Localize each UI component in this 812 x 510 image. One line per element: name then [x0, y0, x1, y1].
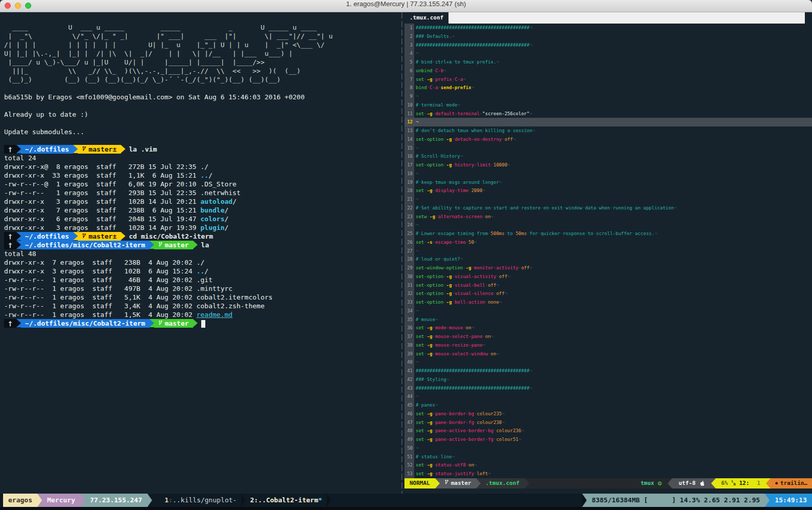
vim-line-13[interactable]: 13#·don't·detach·tmux·when·killing·a·ses…	[404, 126, 812, 135]
line-number: 33	[404, 298, 414, 307]
vim-line-22[interactable]: 22#·Set·ability·to·capture·on·start·and·…	[404, 204, 812, 213]
line-number: 47	[404, 418, 414, 427]
window-bottom-edge	[0, 507, 812, 510]
vim-line-35[interactable]: 35#·mouse¬	[404, 315, 812, 324]
vim-line-26[interactable]: 26set·-s·escape-time·50¬	[404, 238, 812, 247]
vim-line-31[interactable]: 31set-option·-g·visual-bell·off¬	[404, 281, 812, 290]
line-number: 20	[404, 186, 414, 195]
vim-line-42[interactable]: 42###·Styling¬	[404, 375, 812, 384]
vim-line-23[interactable]: 23setw·-g·alternate-screen·on¬	[404, 213, 812, 221]
terminal-line: total 24	[4, 154, 399, 162]
statusline-plugin: tmux	[640, 480, 658, 486]
terminal-line: /| | | | | | | | | | U| |_ u |_"_| U | |…	[4, 40, 399, 49]
shell-cursor[interactable]	[201, 320, 205, 328]
tmux-session: ____ U ___ u _____ _____ _ U _____ u ___…	[0, 12, 812, 494]
vim-line-30[interactable]: 30set-option·-g·visual-activity·off¬	[404, 272, 812, 281]
vim-line-17[interactable]: 17set-option·-g·history-limit·10000¬	[404, 161, 812, 169]
vim-line-11[interactable]: 11set·-g·default-terminal·"screen-256col…	[404, 110, 812, 118]
zoom-button[interactable]	[25, 3, 31, 9]
line-number: 52	[404, 461, 414, 470]
vim-line-52[interactable]: 52set·-g·status-utf8·on¬	[404, 461, 812, 470]
separator-arrow	[16, 232, 21, 240]
titlebar[interactable]: 1. eragos@Mercury | 77.23.155.247 (sh)	[0, 0, 812, 12]
terminal-line: -rw-r--r-- 1 eragos staff 3,4K 4 Aug 20:…	[4, 302, 399, 310]
vim-line-38[interactable]: 38set·-g·mouse-resize-pane¬	[404, 341, 812, 350]
vim-line-15[interactable]: 15¬	[404, 144, 812, 153]
vim-line-25[interactable]: 25#·Lower·escape·timing·from·500ms·to·50…	[404, 229, 812, 238]
minimize-button[interactable]	[15, 3, 21, 9]
prompt-path-segment: ~/.dotfiles	[21, 145, 73, 154]
vim-line-3[interactable]: 3#######################################…	[404, 41, 812, 50]
terminal-line: |||_ \\ _// \\_ )(\\,-.-,_|___|_,-.// \\…	[4, 67, 399, 75]
line-indicator: 12:	[739, 478, 750, 488]
line-number: 18	[404, 169, 414, 178]
window-separator-icon	[327, 494, 331, 507]
vim-line-37[interactable]: 37set·-g·mouse-select-pane·on¬	[404, 332, 812, 341]
vim-line-48[interactable]: 48set·-g·pane-active-border-bg·colour236…	[404, 427, 812, 435]
vim-line-27[interactable]: 27¬	[404, 247, 812, 256]
vim-line-4[interactable]: 4¬	[404, 49, 812, 58]
vim-line-43[interactable]: 43######################################…	[404, 384, 812, 393]
vim-line-39[interactable]: 39set·-g·mouse-select-window·on¬	[404, 350, 812, 358]
vim-line-49[interactable]: 49set·-g·pane-active-border-fg·colour51¬	[404, 435, 812, 444]
vim-line-16[interactable]: 16#·Scroll·History¬	[404, 152, 812, 161]
vim-line-29[interactable]: 29set-window-option·-g·monitor-activity·…	[404, 264, 812, 272]
vim-line-12[interactable]: 12¬	[404, 118, 812, 126]
vim-line-14[interactable]: 14set-option·-g·detach-on-destroy·off¬	[404, 135, 812, 144]
vim-line-10[interactable]: 10#·terminal·mode¬	[404, 101, 812, 110]
terminal-line: Already up to date :)	[4, 110, 399, 119]
line-number: 38	[404, 341, 414, 350]
vim-line-46[interactable]: 46set·-g·pane-border-bg·colour235¬	[404, 410, 812, 418]
vim-line-36[interactable]: 36set·-g·mode-mouse·on¬	[404, 324, 812, 332]
left-shell-pane[interactable]: ____ U ___ u _____ _____ _ U _____ u ___…	[0, 12, 399, 494]
prompt-path-segment: ~/.dotfiles	[21, 232, 73, 241]
vim-line-51[interactable]: 51#·status·line¬	[404, 453, 812, 461]
separator-arrow	[668, 478, 672, 488]
vim-line-50[interactable]: 50¬	[404, 444, 812, 453]
shell-prompt-line: †~/.dotfilesmaster±la .vim	[4, 145, 399, 154]
vim-line-32[interactable]: 32set-option·-g·visual-silence·off¬	[404, 289, 812, 298]
vim-line-2[interactable]: 2###·Defaults.¬	[404, 32, 812, 41]
terminal-line: total 48	[4, 249, 399, 258]
terminal-line: U| |_| |\.-,_| |_| | /| |\ \| _|/ | | \|…	[4, 49, 399, 58]
vim-line-40[interactable]: 40¬	[404, 358, 812, 367]
warning-dot-icon: ●	[775, 478, 778, 488]
close-button[interactable]	[5, 3, 11, 9]
vim-line-44[interactable]: 44¬	[404, 392, 812, 401]
prompt-git-segment: master	[154, 241, 193, 249]
branch-icon	[82, 233, 87, 240]
vim-line-24[interactable]: 24¬	[404, 221, 812, 229]
tmux-window-2-active[interactable]: 2:..Cobalt2-iterm*	[245, 494, 327, 507]
vim-tab-tmux-conf[interactable]: .tmux.conf	[404, 12, 448, 24]
vim-line-41[interactable]: 41######################################…	[404, 367, 812, 375]
vim-line-9[interactable]: 9¬	[404, 92, 812, 101]
vim-line-20[interactable]: 20set·-g·display-time·2000¬	[404, 186, 812, 195]
vim-line-18[interactable]: 18¬	[404, 169, 812, 178]
vim-line-6[interactable]: 6unbind·C-b¬	[404, 67, 812, 75]
active-window-flag: *	[318, 496, 322, 504]
separator-arrow	[73, 232, 78, 240]
branch-name: master	[451, 480, 472, 486]
vim-line-34[interactable]: 34¬	[404, 307, 812, 315]
tmux-window-1[interactable]: 1:..kills/gnuplot-	[160, 494, 242, 507]
vim-line-33[interactable]: 33set-option·-g·bell-action·none¬	[404, 298, 812, 307]
memory-usage: 8385/16384MB	[592, 496, 640, 504]
line-number: 1	[404, 24, 414, 32]
vim-line-28[interactable]: 28#·loud·or·quiet?¬	[404, 255, 812, 264]
cpu-usage: 14.3%	[680, 496, 700, 504]
vim-line-5[interactable]: 5#·bind·ctrl+a·to·tmux·prefix.¬	[404, 58, 812, 67]
vim-line-8[interactable]: 8bind·C-a·send-prefix¬	[404, 83, 812, 92]
shell-command: la	[201, 241, 209, 249]
vim-line-1[interactable]: 1#######################################…	[404, 24, 812, 32]
right-vim-pane[interactable]: .tmux.conf 1############################…	[404, 12, 812, 494]
vim-line-53[interactable]: 53set·-g·status-justify·left¬	[404, 470, 812, 478]
line-number: 39	[404, 350, 414, 358]
vim-line-7[interactable]: 7set·-g·prefix·C-a¬	[404, 75, 812, 84]
vim-line-21[interactable]: 21¬	[404, 195, 812, 204]
vim-line-19[interactable]: 19#·keep·tmux·msgs·around·longer¬	[404, 178, 812, 187]
pane-separator[interactable]	[399, 12, 404, 494]
vim-line-45[interactable]: 45#·panes¬	[404, 401, 812, 410]
terminal-line: -rw-r--r-- 1 eragos staff 46B 4 Aug 20:0…	[4, 275, 399, 284]
terminal-line: b6a515b by Eragos <mfo1009@googlemail.co…	[4, 93, 399, 101]
vim-line-47[interactable]: 47set·-g·pane-border-fg·colour238¬	[404, 418, 812, 427]
